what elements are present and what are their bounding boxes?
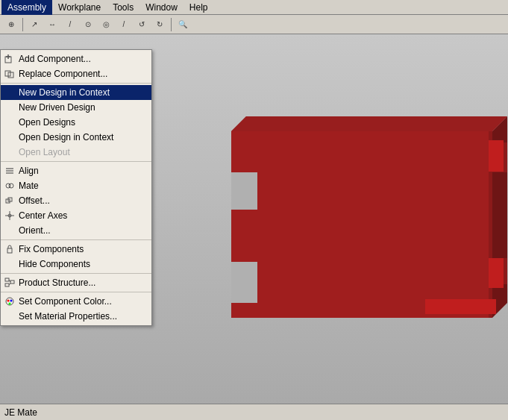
- toolbar-sep-1: [22, 18, 23, 31]
- menu-item-hide-components[interactable]: Hide Components: [1, 257, 151, 272]
- menu-item-mate[interactable]: Mate: [1, 178, 151, 193]
- menubar-item-help[interactable]: Help: [184, 0, 214, 15]
- toolbar-btn-3[interactable]: ↔: [44, 17, 60, 32]
- viewport: Add Component... Replace Component... Ne…: [0, 34, 508, 420]
- toolbar-btn-10[interactable]: 🔍: [175, 17, 191, 32]
- center-axes-icon: [4, 210, 16, 222]
- toolbar-btn-1[interactable]: ⊕: [3, 17, 19, 32]
- toolbar-btn-6[interactable]: ◎: [98, 17, 114, 32]
- svg-rect-14: [489, 258, 504, 288]
- menu-sep-3: [1, 239, 151, 240]
- svg-rect-34: [5, 283, 9, 286]
- svg-rect-11: [231, 172, 257, 210]
- statusbar-text: JE Mate: [4, 407, 37, 418]
- svg-rect-35: [10, 280, 14, 283]
- mate-icon: [4, 180, 16, 192]
- menu-sep-4: [1, 273, 151, 274]
- product-structure-icon: [4, 277, 16, 289]
- menu-item-product-structure[interactable]: Product Structure...: [1, 275, 151, 290]
- menu-item-offset[interactable]: Offset...: [1, 193, 151, 208]
- svg-point-41: [9, 303, 11, 305]
- menu-sep-5: [1, 292, 151, 292]
- menubar: Assembly Workplane Tools Window Help: [0, 0, 508, 15]
- fix-icon: [4, 243, 16, 255]
- menu-item-fix-components[interactable]: Fix Components: [1, 242, 151, 257]
- menu-item-center-axes[interactable]: Center Axes: [1, 208, 151, 223]
- svg-point-40: [10, 300, 13, 302]
- svg-rect-12: [231, 262, 257, 303]
- svg-rect-15: [425, 299, 496, 314]
- toolbar-btn-8[interactable]: ↺: [134, 17, 150, 32]
- toolbar-sep-2: [171, 18, 172, 31]
- menu-item-new-design-context[interactable]: New Design in Context: [1, 85, 151, 100]
- menu-item-set-component-color[interactable]: Set Component Color...: [1, 294, 151, 309]
- svg-rect-9: [254, 131, 489, 318]
- menu-sep-1: [1, 83, 151, 84]
- offset-icon: [4, 195, 16, 207]
- svg-point-39: [7, 300, 10, 302]
- svg-rect-32: [7, 248, 12, 253]
- replace-component-icon: [4, 68, 16, 80]
- toolbar-btn-7[interactable]: /: [116, 17, 132, 32]
- toolbar-btn-4[interactable]: /: [62, 17, 78, 32]
- menu-item-replace-component[interactable]: Replace Component...: [1, 66, 151, 81]
- menu-item-new-driven-design[interactable]: New Driven Design: [1, 100, 151, 115]
- toolbar-btn-9[interactable]: ↻: [151, 17, 168, 32]
- assembly-dropdown-menu: Add Component... Replace Component... Ne…: [0, 49, 152, 326]
- svg-rect-13: [489, 140, 504, 172]
- svg-point-26: [9, 184, 13, 188]
- statusbar: JE Mate: [0, 404, 508, 420]
- color-icon: [4, 295, 16, 307]
- main-area: Add Component... Replace Component... Ne…: [0, 34, 508, 420]
- menu-item-open-layout: Open Layout: [1, 145, 151, 160]
- align-icon: [4, 165, 16, 177]
- toolbar-btn-5[interactable]: ⊙: [80, 17, 96, 32]
- svg-rect-33: [5, 278, 9, 281]
- menu-item-orient[interactable]: Orient...: [1, 223, 151, 238]
- menu-item-align[interactable]: Align: [1, 163, 151, 178]
- menu-item-set-material-properties[interactable]: Set Material Properties...: [1, 309, 151, 324]
- toolbar: ⊕ ↗ ↔ / ⊙ ◎ / ↺ ↻ 🔍: [0, 15, 508, 34]
- add-component-icon: [4, 53, 16, 65]
- menubar-item-window[interactable]: Window: [139, 0, 184, 15]
- menubar-item-tools[interactable]: Tools: [107, 0, 139, 15]
- menubar-item-assembly[interactable]: Assembly: [1, 0, 52, 15]
- menu-item-add-component[interactable]: Add Component...: [1, 51, 151, 66]
- menu-item-open-design-context[interactable]: Open Design in Context: [1, 130, 151, 145]
- svg-marker-16: [231, 116, 507, 131]
- menu-sep-2: [1, 161, 151, 162]
- toolbar-btn-2[interactable]: ↗: [26, 17, 43, 32]
- menubar-item-workplane[interactable]: Workplane: [52, 0, 107, 15]
- menu-item-open-designs[interactable]: Open Designs: [1, 115, 151, 130]
